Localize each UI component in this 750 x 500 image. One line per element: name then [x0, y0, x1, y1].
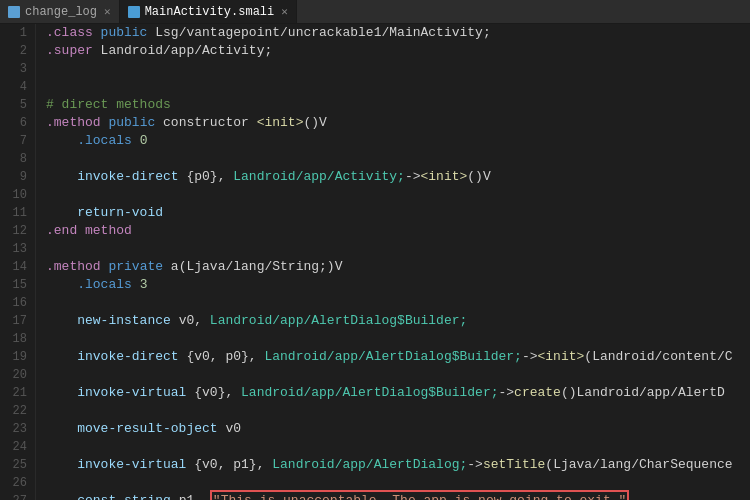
- token: ->: [522, 348, 538, 366]
- token: private: [108, 258, 170, 276]
- line-number-15: 15: [6, 276, 27, 294]
- line-number-8: 8: [6, 150, 27, 168]
- token: public: [108, 114, 163, 132]
- line-number-4: 4: [6, 78, 27, 96]
- token: .locals: [46, 276, 140, 294]
- tab-icon-mainactivity: [128, 6, 140, 18]
- tab-close-mainactivity[interactable]: ✕: [281, 5, 288, 18]
- code-line-22: [46, 402, 750, 420]
- code-line-12: .end method: [46, 222, 750, 240]
- token: Landroid/app/AlertDialog$Builder;: [264, 348, 521, 366]
- line-number-10: 10: [6, 186, 27, 204]
- editor-area: 1234567891011121314151617181920212223242…: [0, 24, 750, 500]
- token: {p0},: [186, 168, 233, 186]
- token: v0,: [179, 312, 210, 330]
- token: move-result-object: [46, 420, 225, 438]
- tab-label-mainactivity: MainActivity.smali: [145, 5, 275, 19]
- line-number-5: 5: [6, 96, 27, 114]
- token: 3: [140, 276, 148, 294]
- line-number-14: 14: [6, 258, 27, 276]
- tab-mainactivity[interactable]: MainActivity.smali ✕: [120, 0, 297, 23]
- token: p1,: [179, 492, 210, 500]
- tab-bar: change_log ✕ MainActivity.smali ✕: [0, 0, 750, 24]
- line-number-6: 6: [6, 114, 27, 132]
- token: .method: [46, 258, 108, 276]
- line-number-11: 11: [6, 204, 27, 222]
- token: <init>: [421, 168, 468, 186]
- code-area[interactable]: .class public Lsg/vantagepoint/uncrackab…: [36, 24, 750, 500]
- code-line-4: [46, 78, 750, 96]
- code-line-8: [46, 150, 750, 168]
- tab-icon-changelog: [8, 6, 20, 18]
- line-number-22: 22: [6, 402, 27, 420]
- token: ()V: [467, 168, 490, 186]
- code-line-5: # direct methods: [46, 96, 750, 114]
- tab-close-changelog[interactable]: ✕: [104, 5, 111, 18]
- code-line-18: [46, 330, 750, 348]
- code-line-7: .locals 0: [46, 132, 750, 150]
- token: Landroid/app/AlertDialog$Builder;: [210, 312, 467, 330]
- token: Landroid/app/Activity;: [233, 168, 405, 186]
- code-line-2: .super Landroid/app/Activity;: [46, 42, 750, 60]
- token: (Landroid/content/C: [584, 348, 732, 366]
- token: invoke-direct: [46, 168, 186, 186]
- tab-label-changelog: change_log: [25, 5, 97, 19]
- code-line-3: [46, 60, 750, 78]
- token: .class: [46, 24, 93, 42]
- line-number-13: 13: [6, 240, 27, 258]
- line-number-16: 16: [6, 294, 27, 312]
- token: create: [514, 384, 561, 402]
- token: .locals: [46, 132, 140, 150]
- line-number-9: 9: [6, 168, 27, 186]
- line-number-2: 2: [6, 42, 27, 60]
- token: ->: [467, 456, 483, 474]
- token: return-void: [46, 204, 163, 222]
- code-line-23: move-result-object v0: [46, 420, 750, 438]
- token: 0: [140, 132, 148, 150]
- line-number-12: 12: [6, 222, 27, 240]
- code-line-21: invoke-virtual {v0}, Landroid/app/AlertD…: [46, 384, 750, 402]
- token: v0: [225, 420, 241, 438]
- token: .method: [46, 114, 108, 132]
- line-number-18: 18: [6, 330, 27, 348]
- code-line-20: [46, 366, 750, 384]
- token: .end method: [46, 222, 132, 240]
- token: {v0, p1},: [194, 456, 272, 474]
- token: a(Ljava/lang/String;)V: [171, 258, 343, 276]
- line-number-23: 23: [6, 420, 27, 438]
- token: {v0, p0},: [186, 348, 264, 366]
- tab-changelog[interactable]: change_log ✕: [0, 0, 120, 23]
- line-number-19: 19: [6, 348, 27, 366]
- token: ->: [499, 384, 515, 402]
- line-number-1: 1: [6, 24, 27, 42]
- code-line-25: invoke-virtual {v0, p1}, Landroid/app/Al…: [46, 456, 750, 474]
- token: Lsg/vantagepoint/uncrackable1/MainActivi…: [155, 24, 490, 42]
- code-line-13: [46, 240, 750, 258]
- code-line-17: new-instance v0, Landroid/app/AlertDialo…: [46, 312, 750, 330]
- line-number-27: 27: [6, 492, 27, 500]
- line-number-21: 21: [6, 384, 27, 402]
- code-line-10: [46, 186, 750, 204]
- code-line-15: .locals 3: [46, 276, 750, 294]
- token: ()Landroid/app/AlertD: [561, 384, 725, 402]
- line-number-26: 26: [6, 474, 27, 492]
- code-line-16: [46, 294, 750, 312]
- token: invoke-direct: [46, 348, 186, 366]
- token: constructor: [163, 114, 257, 132]
- line-number-3: 3: [6, 60, 27, 78]
- token: new-instance: [46, 312, 179, 330]
- code-line-1: .class public Lsg/vantagepoint/uncrackab…: [46, 24, 750, 42]
- token: ()V: [303, 114, 326, 132]
- token: Landroid/app/AlertDialog$Builder;: [241, 384, 498, 402]
- token: <init>: [257, 114, 304, 132]
- code-line-19: invoke-direct {v0, p0}, Landroid/app/Ale…: [46, 348, 750, 366]
- token: <init>: [538, 348, 585, 366]
- token: {v0},: [194, 384, 241, 402]
- line-number-25: 25: [6, 456, 27, 474]
- code-line-14: .method private a(Ljava/lang/String;)V: [46, 258, 750, 276]
- token: Landroid/app/Activity;: [101, 42, 273, 60]
- highlighted-string: "This is unacceptable. The app is now go…: [210, 490, 629, 500]
- code-line-11: return-void: [46, 204, 750, 222]
- code-line-6: .method public constructor <init>()V: [46, 114, 750, 132]
- token: .super: [46, 42, 101, 60]
